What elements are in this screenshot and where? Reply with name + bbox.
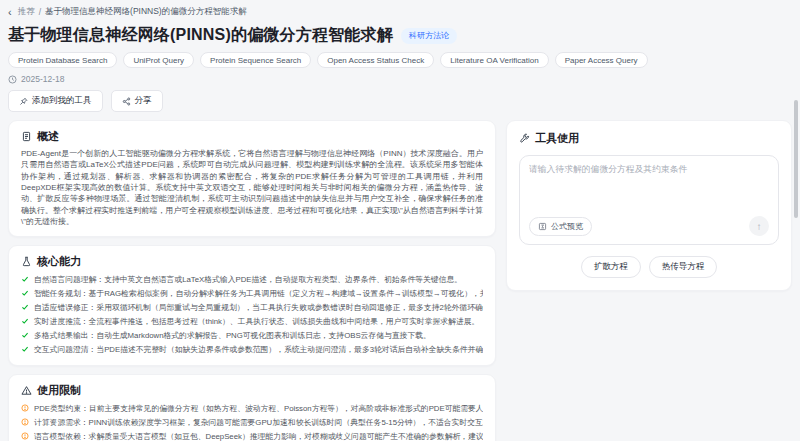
- capabilities-card: 核心能力 自然语言问题理解：支持中英文自然语言或LaTeX格式输入PDE描述，自…: [8, 245, 496, 366]
- capability-item: 自然语言问题理解：支持中英文自然语言或LaTeX格式输入PDE描述，自动提取方程…: [21, 273, 483, 287]
- quick-action-heat[interactable]: 热传导方程: [649, 256, 718, 278]
- formula-preview-button[interactable]: 公式预览: [529, 217, 592, 236]
- capability-item: 实时进度推流：全流程事件推送，包括思考过程（think）、工具执行状态、训练损失…: [21, 315, 483, 329]
- clock-icon: [8, 75, 17, 84]
- overview-body: PDE-Agent是一个创新的人工智能驱动偏微分方程求解系统，它将自然语言理解与…: [21, 148, 483, 228]
- share-button[interactable]: 分享: [111, 90, 163, 112]
- limitations-card: 使用限制 PDE类型约束：目前主要支持常见的偏微分方程（如热方程、波动方程、Po…: [8, 374, 496, 441]
- tag-row: Protein Database Search UniProt Query Pr…: [8, 52, 792, 68]
- tag-pill: Open Access Status Check: [317, 52, 434, 68]
- alert-circle-icon: [21, 418, 29, 426]
- check-icon: [21, 317, 29, 325]
- overview-title-row: 概述: [21, 129, 483, 144]
- add-to-my-tools-label: 添加到我的工具: [32, 95, 92, 107]
- check-icon: [21, 289, 29, 297]
- check-icon: [21, 275, 29, 283]
- pde-input-box: 公式预览 ↑: [519, 155, 779, 245]
- alert-circle-icon: [21, 432, 29, 440]
- check-icon: [21, 303, 29, 311]
- share-label: 分享: [135, 95, 152, 107]
- tag-pill: UniProt Query: [123, 52, 194, 68]
- quick-action-diffusion[interactable]: 扩散方程: [581, 256, 641, 278]
- limitation-item: 计算资源需求：PINN训练依赖深度学习框架，复杂问题可能需要GPU加速和较长训练…: [21, 416, 483, 430]
- pde-input-textarea[interactable]: [529, 164, 769, 206]
- page-scrollbar-thumb[interactable]: [794, 100, 798, 218]
- input-box-footer: 公式预览 ↑: [529, 216, 769, 236]
- capability-item: 多格式结果输出：自动生成Markdown格式的求解报告、PNG可视化图表和训练日…: [21, 329, 483, 343]
- wrench-icon: [519, 133, 530, 144]
- overview-title: 概述: [37, 129, 59, 144]
- alert-circle-icon: [21, 404, 29, 412]
- capabilities-title-row: 核心能力: [21, 254, 483, 269]
- publish-date: 2025-12-18: [21, 74, 64, 84]
- detail-column: 概述 PDE-Agent是一个创新的人工智能驱动偏微分方程求解系统，它将自然语言…: [8, 120, 496, 441]
- add-to-my-tools-button[interactable]: 添加到我的工具: [8, 90, 103, 112]
- tag-pill: Protein Database Search: [8, 52, 117, 68]
- tag-pill: Protein Sequence Search: [200, 52, 311, 68]
- capability-item: 交互式问题澄清：当PDE描述不完整时（如缺失边界条件或参数范围），系统主动提问澄…: [21, 343, 483, 357]
- capability-item: 自适应错误修正：采用双循环机制（局部重试与全局重规划），当工具执行失败或参数错误…: [21, 301, 483, 315]
- category-badge: 科研方法论: [401, 28, 457, 44]
- pin-icon: [19, 97, 28, 106]
- breadcrumb-separator: /: [39, 7, 41, 17]
- check-icon: [21, 331, 29, 339]
- tool-usage-column: 工具使用 公式预览 ↑ 扩散方程 热传导方程: [506, 120, 792, 291]
- limitation-item: PDE类型约束：目前主要支持常见的偏微分方程（如热方程、波动方程、Poisson…: [21, 402, 483, 416]
- tool-usage-card: 工具使用 公式预览 ↑ 扩散方程 热传导方程: [506, 120, 792, 291]
- arrow-up-icon: ↑: [757, 221, 762, 232]
- overview-card: 概述 PDE-Agent是一个创新的人工智能驱动偏微分方程求解系统，它将自然语言…: [8, 120, 496, 237]
- document-icon: [21, 131, 32, 142]
- limitations-title-row: 使用限制: [21, 383, 483, 398]
- flask-icon: [21, 256, 32, 267]
- date-row: 2025-12-18: [8, 74, 792, 84]
- tool-detail-page: ‹ 推荐 / 基于物理信息神经网络(PINNS)的偏微分方程智能求解 基于物理信…: [0, 0, 800, 441]
- warning-triangle-icon: [21, 385, 32, 396]
- page-title: 基于物理信息神经网络(PINNS)的偏微分方程智能求解: [8, 25, 393, 46]
- share-icon: [122, 97, 131, 106]
- tag-pill: Paper Access Query: [555, 52, 648, 68]
- breadcrumb: ‹ 推荐 / 基于物理信息神经网络(PINNS)的偏微分方程智能求解: [8, 6, 792, 18]
- limitations-title: 使用限制: [37, 383, 81, 398]
- actions-row: 添加到我的工具 分享: [8, 90, 792, 112]
- send-button[interactable]: ↑: [749, 216, 769, 236]
- tool-usage-title: 工具使用: [535, 131, 579, 146]
- tool-usage-title-row: 工具使用: [519, 131, 779, 146]
- check-icon: [21, 345, 29, 353]
- formula-icon: [538, 222, 547, 231]
- breadcrumb-current: 基于物理信息神经网络(PINNS)的偏微分方程智能求解: [45, 6, 247, 18]
- capabilities-title: 核心能力: [37, 254, 81, 269]
- formula-preview-label: 公式预览: [551, 221, 583, 232]
- quick-actions-row: 扩散方程 热传导方程: [519, 256, 779, 278]
- breadcrumb-section[interactable]: 推荐: [18, 6, 35, 18]
- back-chevron-icon[interactable]: ‹: [8, 8, 12, 16]
- capability-item: 智能任务规划：基于RAG检索相似案例，自动分解求解任务为工具调用链（定义方程→构…: [21, 287, 483, 301]
- title-row: 基于物理信息神经网络(PINNS)的偏微分方程智能求解 科研方法论: [8, 25, 792, 46]
- limitation-item: 语言模型依赖：求解质量受大语言模型（如豆包、DeepSeek）推理能力影响，对模…: [21, 430, 483, 441]
- tag-pill: Literature OA Verification: [440, 52, 549, 68]
